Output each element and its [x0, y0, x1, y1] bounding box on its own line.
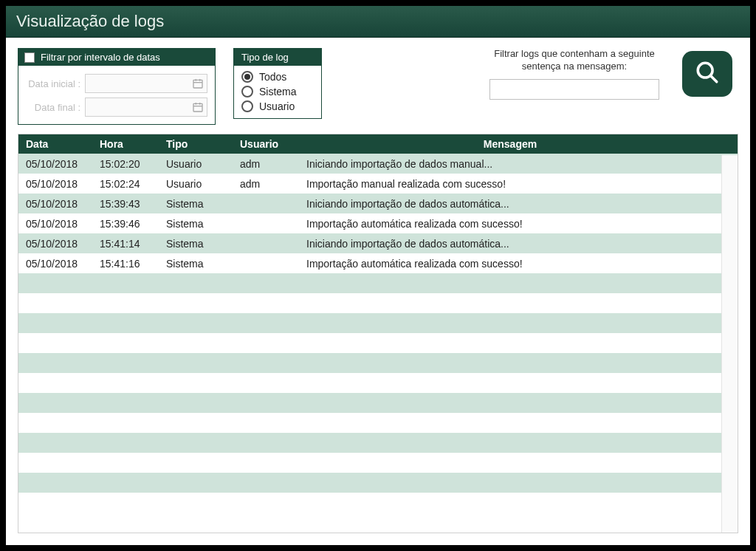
cell-tipo [159, 499, 233, 507]
radio-label: Usuario [259, 100, 295, 112]
cell-mensagem [299, 420, 738, 427]
cell-data [18, 360, 92, 367]
table-row[interactable]: 05/10/201815:41:16SistemaImportação auto… [18, 253, 738, 273]
table-row[interactable]: 05/10/201815:41:14SistemaIniciando impor… [18, 233, 738, 253]
table-row[interactable]: 05/10/201815:02:20UsuarioadmIniciando im… [18, 154, 738, 174]
end-date-input[interactable] [85, 97, 207, 117]
cell-usuario: adm [233, 174, 299, 194]
table-row[interactable] [18, 393, 738, 413]
calendar-icon[interactable] [189, 101, 207, 113]
col-header-mensagem[interactable]: Mensagem [299, 134, 721, 154]
cell-hora [92, 439, 159, 447]
cell-data [18, 320, 92, 327]
radio-option-todos[interactable]: Todos [241, 71, 314, 83]
svg-rect-0 [193, 80, 202, 88]
cell-tipo [159, 400, 233, 407]
cell-usuario [233, 400, 299, 407]
table-body: 05/10/201815:02:20UsuarioadmIniciando im… [18, 154, 738, 513]
cell-mensagem [299, 459, 738, 467]
cell-tipo [159, 360, 233, 367]
cell-data [18, 380, 92, 387]
search-input[interactable] [489, 79, 659, 100]
cell-mensagem: Importação manual realizada com sucesso! [299, 174, 738, 194]
col-header-usuario[interactable]: Usuario [233, 134, 299, 154]
date-filter-checkbox[interactable] [24, 52, 35, 63]
radio-option-sistema[interactable]: Sistema [241, 86, 314, 97]
col-header-scroll [721, 134, 738, 154]
cell-hora [92, 380, 159, 387]
cell-usuario [233, 260, 299, 267]
table-row[interactable] [18, 453, 738, 473]
table-row[interactable] [18, 333, 738, 353]
cell-tipo [159, 300, 233, 307]
cell-usuario [233, 200, 299, 208]
cell-mensagem [299, 499, 738, 507]
end-date-label: Data final : [26, 102, 85, 113]
cell-hora: 15:02:20 [92, 154, 159, 174]
cell-usuario [233, 360, 299, 367]
cell-hora [92, 300, 159, 307]
table-row[interactable] [18, 313, 738, 333]
cell-usuario [233, 240, 299, 247]
cell-data: 05/10/2018 [18, 214, 92, 233]
cell-data [18, 300, 92, 307]
cell-tipo: Sistema [159, 194, 233, 213]
search-button[interactable] [682, 51, 732, 97]
cell-data [18, 340, 92, 347]
cell-usuario [233, 340, 299, 347]
search-area: Filtrar logs que contenham a seguinte se… [478, 48, 738, 100]
col-header-data[interactable]: Data [18, 134, 92, 154]
cell-data [18, 420, 92, 427]
table-row[interactable] [18, 373, 738, 393]
cell-tipo [159, 459, 233, 467]
cell-tipo: Sistema [159, 234, 233, 253]
table-row[interactable] [18, 353, 738, 373]
cell-hora [92, 340, 159, 347]
table-row[interactable] [18, 493, 738, 513]
col-header-hora[interactable]: Hora [92, 134, 159, 154]
cell-usuario [233, 300, 299, 307]
radio-icon [241, 100, 253, 112]
svg-rect-10 [193, 103, 202, 112]
cell-hora [92, 479, 159, 487]
cell-mensagem [299, 320, 738, 327]
table-row[interactable] [18, 473, 738, 493]
start-date-input[interactable] [85, 74, 207, 93]
cell-mensagem [299, 380, 738, 387]
radio-icon [241, 86, 253, 97]
type-filter-group: Tipo de log TodosSistemaUsuario [233, 48, 322, 119]
cell-hora: 15:39:43 [92, 194, 159, 213]
cell-mensagem [299, 360, 738, 367]
radio-option-usuario[interactable]: Usuario [241, 100, 314, 112]
cell-data: 05/10/2018 [18, 174, 92, 194]
table-row[interactable]: 05/10/201815:02:24UsuarioadmImportação m… [18, 174, 738, 194]
start-date-row: Data inicial : [26, 74, 207, 93]
cell-usuario: adm [233, 154, 299, 174]
cell-tipo [159, 420, 233, 427]
table-row[interactable] [18, 433, 738, 453]
cell-mensagem: Iniciando importação de dados automática… [299, 194, 738, 213]
cell-hora [92, 280, 159, 287]
cell-tipo: Usuario [159, 154, 233, 174]
table-row[interactable]: 05/10/201815:39:43SistemaIniciando impor… [18, 194, 738, 213]
col-header-tipo[interactable]: Tipo [159, 134, 233, 154]
cell-data: 05/10/2018 [18, 254, 92, 273]
cell-data: 05/10/2018 [18, 194, 92, 213]
cell-tipo [159, 280, 233, 287]
table-header-row: Data Hora Tipo Usuario Mensagem [18, 134, 738, 154]
table-row[interactable]: 05/10/201815:39:46SistemaImportação auto… [18, 213, 738, 233]
cell-mensagem: Importação automática realizada com suce… [299, 214, 738, 233]
search-icon [695, 60, 720, 88]
table-row[interactable] [18, 413, 738, 433]
log-viewer-window: Visualização de logs Filtrar por interva… [6, 6, 750, 545]
table-row[interactable] [18, 293, 738, 313]
scrollbar-track[interactable] [721, 155, 738, 533]
cell-mensagem: Iniciando importação de dados manual... [299, 154, 738, 174]
table-row[interactable] [18, 273, 738, 293]
calendar-icon[interactable] [189, 78, 207, 89]
log-table: Data Hora Tipo Usuario Mensagem 05/10/20… [18, 134, 738, 533]
cell-hora: 15:41:14 [92, 234, 159, 253]
cell-mensagem [299, 300, 738, 307]
cell-tipo: Sistema [159, 254, 233, 273]
date-filter-header-label: Filtrar por intervalo de datas [41, 52, 160, 63]
